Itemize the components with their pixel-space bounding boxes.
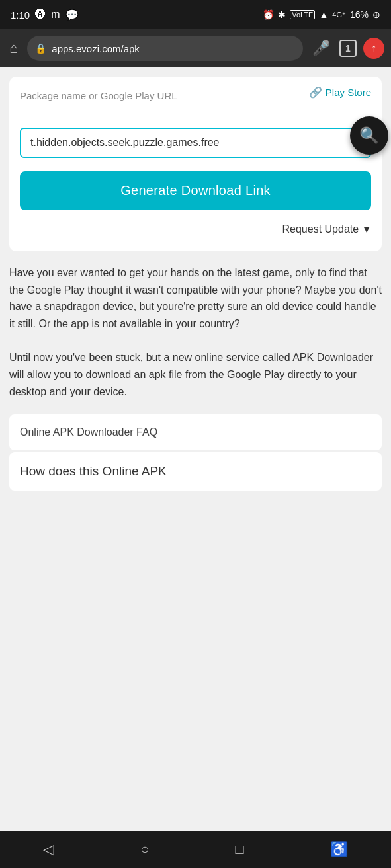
description-para-1: Have you ever wanted to get your hands o… (9, 262, 382, 335)
home-nav-icon: ○ (140, 841, 149, 858)
search-fab-button[interactable]: 🔍 (350, 116, 388, 155)
play-store-link[interactable]: 🔗 Play Store (309, 86, 371, 99)
play-store-link-label: Play Store (326, 87, 371, 98)
address-bar: ⌂ 🔒 apps.evozi.com/apk 🎤 1 ↑ (0, 29, 391, 67)
request-update-dropdown[interactable]: Request Update ▼ (20, 223, 371, 235)
generate-download-link-button[interactable]: Generate Download Link (20, 171, 371, 210)
chevron-down-icon: ▼ (362, 224, 371, 235)
profile-icon: ↑ (371, 42, 376, 54)
back-icon: ◁ (43, 841, 54, 858)
search-fab-icon: 🔍 (359, 126, 379, 145)
recents-icon: □ (236, 841, 244, 858)
signal-icon: ▲ (319, 9, 328, 20)
bottom-navigation: ◁ ○ □ ♿ (0, 831, 391, 868)
allo-icon: 🅐 (35, 9, 46, 20)
accessibility-icon: ♿ (330, 841, 348, 858)
accessibility-button[interactable]: ♿ (317, 836, 361, 863)
faq-title-1: Online APK Downloader FAQ (20, 426, 157, 438)
battery-icon: ⊕ (372, 9, 380, 20)
request-update-label: Request Update (282, 223, 359, 235)
volte-icon: VoLTE (290, 10, 315, 19)
gmail-icon: m (51, 9, 60, 20)
microphone-button[interactable]: 🎤 (310, 37, 333, 59)
status-time: 1:10 (11, 9, 30, 20)
apk-input-card: Package name or Google Play URL 🔗 Play S… (9, 77, 382, 251)
description-para-2: Until now you've been stuck, but a new o… (9, 346, 382, 403)
profile-button[interactable]: ↑ (363, 38, 384, 59)
recents-button[interactable]: □ (222, 836, 257, 863)
tab-count-button[interactable]: 1 (339, 40, 357, 57)
status-left: 1:10 🅐 m 💬 (11, 9, 79, 21)
home-button[interactable]: ⌂ (7, 37, 21, 59)
url-box[interactable]: 🔒 apps.evozi.com/apk (27, 36, 303, 61)
package-name-input[interactable] (20, 128, 371, 158)
4g-icon: 4G⁺ (332, 11, 346, 19)
status-bar: 1:10 🅐 m 💬 ⏰ ✱ VoLTE ▲ 4G⁺ 16% ⊕ (0, 0, 391, 29)
home-nav-button[interactable]: ○ (127, 836, 162, 863)
bluetooth-icon: ✱ (278, 9, 286, 20)
url-text: apps.evozi.com/apk (52, 43, 295, 54)
lock-icon: 🔒 (35, 43, 46, 54)
faq-title-2: How does this Online APK (20, 464, 167, 478)
link-icon: 🔗 (309, 86, 322, 99)
back-button[interactable]: ◁ (30, 836, 67, 863)
battery-percent: 16% (350, 9, 369, 20)
alarm-icon: ⏰ (263, 9, 274, 20)
main-content: Package name or Google Play URL 🔗 Play S… (0, 67, 391, 821)
faq-card-1[interactable]: Online APK Downloader FAQ (9, 414, 382, 450)
faq-card-2[interactable]: How does this Online APK (9, 452, 382, 491)
status-right: ⏰ ✱ VoLTE ▲ 4G⁺ 16% ⊕ (263, 9, 380, 20)
whatsapp-icon: 💬 (65, 9, 79, 21)
